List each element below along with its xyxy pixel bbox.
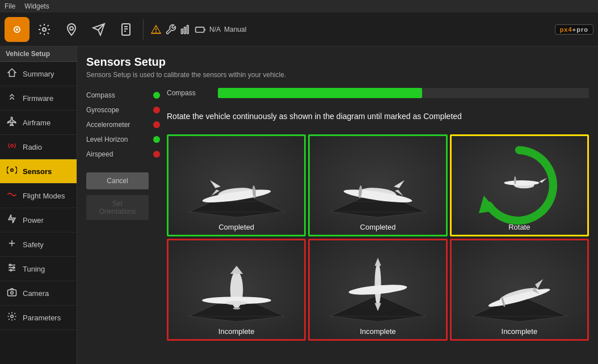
mode-label: Manual	[224, 26, 246, 33]
sensor-airspeed: Airspeed	[86, 147, 160, 162]
svg-marker-60	[535, 279, 543, 289]
plane-svg-bl	[183, 247, 290, 332]
toolbar-status: N/A Manual	[150, 24, 246, 35]
sidebar-item-radio[interactable]: Radio	[0, 135, 77, 159]
orientation-cell-bottom-right: Incomplete	[450, 239, 589, 341]
level-horizon-label: Level Horizon	[86, 136, 128, 143]
svg-rect-11	[187, 25, 189, 33]
location-icon[interactable]	[59, 17, 84, 42]
menu-bar: File Widgets	[0, 0, 598, 12]
sidebar-item-sensors[interactable]: Sensors	[0, 159, 77, 184]
progress-bar-outer	[218, 88, 589, 98]
airframe-icon	[6, 116, 18, 129]
power-icon	[6, 214, 18, 226]
orientation-grid: Completed	[167, 134, 589, 341]
home-icon[interactable]	[5, 17, 30, 42]
main-area: Vehicle Setup Summary Firmware Airframe …	[0, 46, 598, 364]
sidebar-item-safety[interactable]: Safety	[0, 232, 77, 257]
airspeed-label: Airspeed	[86, 150, 113, 158]
svg-marker-31	[210, 180, 221, 188]
sidebar-item-power[interactable]: Power	[0, 208, 77, 232]
send-icon[interactable]	[86, 17, 111, 42]
svg-point-50	[226, 301, 247, 306]
cancel-button[interactable]: Cancel	[86, 172, 149, 189]
sensor-gyroscope: Gyroscope	[86, 103, 160, 117]
svg-point-23	[10, 269, 12, 271]
widgets-menu[interactable]: Widgets	[24, 2, 49, 10]
accelerometer-status	[153, 121, 160, 128]
settings-icon[interactable]	[32, 17, 57, 42]
sidebar-item-summary[interactable]: Summary	[0, 62, 77, 86]
svg-point-53	[374, 263, 381, 306]
svg-point-22	[13, 267, 15, 269]
compass-label: Compass	[86, 91, 115, 99]
sidebar-item-flight-modes[interactable]: Flight Modes	[0, 184, 77, 208]
svg-point-4	[70, 27, 73, 30]
sensor-level-horizon: Level Horizon	[86, 132, 160, 147]
camera-icon	[6, 287, 18, 299]
plane-svg-tc	[324, 143, 432, 228]
parameters-icon	[6, 311, 18, 324]
firmware-icon	[6, 92, 18, 104]
sidebar: Vehicle Setup Summary Firmware Airframe …	[0, 46, 77, 364]
airspeed-status	[153, 151, 160, 158]
set-orientations-button[interactable]: Set Orientations	[86, 195, 149, 220]
compass-progress: Compass	[167, 88, 589, 98]
compass-status	[153, 92, 160, 99]
orientation-cell-top-center: Completed	[308, 134, 447, 236]
svg-point-25	[11, 291, 14, 294]
sidebar-item-airframe[interactable]: Airframe	[0, 111, 77, 135]
instruction-text: Rotate the vehicle continuously as shown…	[167, 109, 589, 123]
toolbar-divider-1	[143, 19, 144, 40]
svg-marker-49	[230, 266, 243, 274]
svg-point-14	[11, 145, 14, 147]
level-horizon-status	[153, 136, 160, 143]
toolbar-right: px4●pro	[555, 24, 593, 35]
page-subtitle: Sensors Setup is used to calibrate the s…	[86, 71, 589, 79]
svg-point-21	[10, 264, 11, 266]
plane-svg-tr	[465, 140, 573, 231]
toolbar: N/A Manual px4●pro	[0, 12, 598, 46]
accelerometer-label: Accelerometer	[86, 121, 130, 129]
svg-rect-9	[182, 29, 183, 33]
svg-marker-41	[479, 196, 496, 213]
na-label: N/A	[209, 26, 221, 33]
sensor-accelerometer: Accelerometer	[86, 117, 160, 132]
svg-rect-10	[184, 27, 186, 33]
file-menu[interactable]: File	[5, 2, 15, 10]
content-area: Sensors Setup Sensors Setup is used to c…	[77, 46, 598, 364]
document-icon[interactable]	[113, 17, 138, 42]
plane-svg-tl	[183, 143, 290, 228]
plane-svg-bc	[324, 247, 432, 332]
sidebar-item-parameters[interactable]: Parameters	[0, 306, 77, 330]
sidebar-item-tuning[interactable]: Tuning	[0, 257, 77, 281]
progress-bar-inner	[218, 88, 422, 98]
calibration-area: Compass Rotate the vehicle continuously …	[167, 88, 589, 341]
svg-point-45	[514, 176, 516, 184]
svg-marker-13	[8, 69, 16, 77]
safety-icon	[6, 238, 18, 251]
orientation-cell-top-right: Rotate	[450, 134, 589, 236]
svg-marker-38	[394, 180, 405, 188]
gyroscope-label: Gyroscope	[86, 106, 119, 114]
sidebar-item-firmware[interactable]: Firmware	[0, 86, 77, 111]
sensor-panel: Compass Gyroscope Accelerometer Level Ho…	[86, 88, 160, 341]
sensor-compass: Compass	[86, 88, 160, 103]
svg-point-26	[11, 315, 14, 318]
radio-icon	[6, 141, 18, 153]
tuning-icon	[6, 263, 18, 275]
sidebar-section-header: Vehicle Setup	[0, 46, 77, 62]
compass-progress-label: Compass	[167, 89, 212, 97]
flight-modes-icon	[6, 189, 18, 202]
sensors-icon	[6, 165, 18, 177]
svg-point-3	[43, 28, 46, 31]
svg-marker-55	[374, 258, 381, 266]
px4-logo: px4●pro	[555, 24, 593, 35]
orientation-cell-bottom-center: Incomplete	[308, 239, 447, 341]
plane-svg-br	[465, 247, 573, 332]
svg-point-43	[504, 180, 540, 185]
svg-rect-12	[196, 27, 204, 32]
svg-rect-24	[8, 290, 16, 296]
sidebar-item-camera[interactable]: Camera	[0, 281, 77, 306]
orientation-cell-top-left: Completed	[167, 134, 306, 236]
